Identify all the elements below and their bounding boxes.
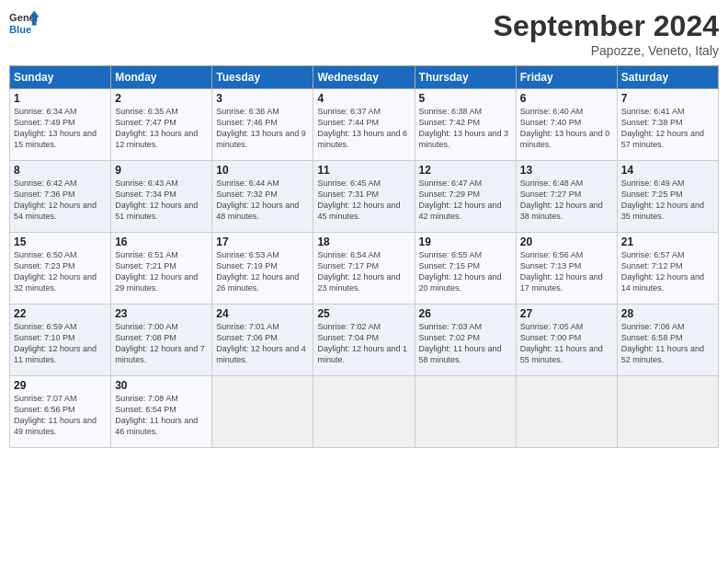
calendar-cell: 30Sunrise: 7:08 AMSunset: 6:54 PMDayligh… (111, 376, 212, 448)
day-details: Sunrise: 6:37 AMSunset: 7:44 PMDaylight:… (317, 106, 410, 151)
day-number: 27 (520, 307, 613, 320)
calendar-cell: 10Sunrise: 6:44 AMSunset: 7:32 PMDayligh… (212, 161, 313, 233)
day-number: 11 (317, 164, 410, 177)
day-details: Sunrise: 6:53 AMSunset: 7:19 PMDaylight:… (216, 249, 309, 294)
day-number: 26 (419, 307, 512, 320)
calendar-cell: 25Sunrise: 7:02 AMSunset: 7:04 PMDayligh… (313, 304, 415, 376)
day-number: 6 (520, 92, 613, 105)
calendar-cell: 22Sunrise: 6:59 AMSunset: 7:10 PMDayligh… (10, 304, 111, 376)
day-details: Sunrise: 6:38 AMSunset: 7:42 PMDaylight:… (419, 106, 512, 151)
day-number: 2 (115, 92, 208, 105)
day-number: 28 (621, 307, 714, 320)
calendar-cell: 12Sunrise: 6:47 AMSunset: 7:29 PMDayligh… (415, 161, 516, 233)
calendar-cell: 27Sunrise: 7:05 AMSunset: 7:00 PMDayligh… (516, 304, 617, 376)
day-number: 5 (419, 92, 512, 105)
day-details: Sunrise: 7:06 AMSunset: 6:58 PMDaylight:… (621, 321, 714, 366)
calendar-cell (415, 376, 516, 448)
day-header: Sunday (10, 66, 111, 89)
day-number: 20 (520, 236, 613, 248)
day-number: 29 (14, 379, 107, 392)
location-subtitle: Papozze, Veneto, Italy (494, 43, 719, 58)
day-header: Saturday (617, 66, 718, 89)
calendar-cell: 5Sunrise: 6:38 AMSunset: 7:42 PMDaylight… (415, 89, 516, 161)
day-header: Thursday (415, 66, 516, 89)
svg-text:Blue: Blue (9, 24, 31, 35)
day-details: Sunrise: 6:43 AMSunset: 7:34 PMDaylight:… (115, 178, 208, 223)
calendar-cell: 23Sunrise: 7:00 AMSunset: 7:08 PMDayligh… (111, 304, 212, 376)
day-details: Sunrise: 6:44 AMSunset: 7:32 PMDaylight:… (216, 178, 309, 223)
day-details: Sunrise: 6:35 AMSunset: 7:47 PMDaylight:… (115, 106, 208, 151)
calendar-cell: 19Sunrise: 6:55 AMSunset: 7:15 PMDayligh… (415, 233, 516, 304)
page-header: GeneralBlue September 2024 Papozze, Vene… (9, 9, 719, 58)
calendar-cell: 11Sunrise: 6:45 AMSunset: 7:31 PMDayligh… (313, 161, 415, 233)
calendar-cell: 28Sunrise: 7:06 AMSunset: 6:58 PMDayligh… (617, 304, 718, 376)
day-details: Sunrise: 7:03 AMSunset: 7:02 PMDaylight:… (419, 321, 512, 366)
calendar-cell: 24Sunrise: 7:01 AMSunset: 7:06 PMDayligh… (212, 304, 313, 376)
day-header: Tuesday (212, 66, 313, 89)
day-details: Sunrise: 6:34 AMSunset: 7:49 PMDaylight:… (14, 106, 107, 151)
calendar-cell: 16Sunrise: 6:51 AMSunset: 7:21 PMDayligh… (111, 233, 212, 304)
day-number: 30 (115, 379, 208, 392)
day-details: Sunrise: 6:42 AMSunset: 7:36 PMDaylight:… (14, 178, 107, 223)
day-details: Sunrise: 6:49 AMSunset: 7:25 PMDaylight:… (621, 178, 714, 223)
day-number: 14 (621, 164, 714, 177)
day-details: Sunrise: 6:36 AMSunset: 7:46 PMDaylight:… (216, 106, 309, 151)
day-details: Sunrise: 6:51 AMSunset: 7:21 PMDaylight:… (115, 249, 208, 294)
logo: GeneralBlue (9, 9, 39, 39)
day-details: Sunrise: 7:05 AMSunset: 7:00 PMDaylight:… (520, 321, 613, 366)
day-number: 24 (216, 307, 309, 320)
calendar-cell (212, 376, 313, 448)
calendar-cell: 4Sunrise: 6:37 AMSunset: 7:44 PMDaylight… (313, 89, 415, 161)
day-number: 3 (216, 92, 309, 105)
day-number: 4 (317, 92, 410, 105)
day-header: Monday (111, 66, 212, 89)
day-details: Sunrise: 6:55 AMSunset: 7:15 PMDaylight:… (419, 249, 512, 294)
day-number: 16 (115, 236, 208, 248)
day-number: 22 (14, 307, 107, 320)
day-number: 10 (216, 164, 309, 177)
calendar-cell: 21Sunrise: 6:57 AMSunset: 7:12 PMDayligh… (617, 233, 718, 304)
day-number: 21 (621, 236, 714, 248)
calendar-cell: 15Sunrise: 6:50 AMSunset: 7:23 PMDayligh… (10, 233, 111, 304)
calendar-cell: 14Sunrise: 6:49 AMSunset: 7:25 PMDayligh… (617, 161, 718, 233)
day-details: Sunrise: 7:01 AMSunset: 7:06 PMDaylight:… (216, 321, 309, 366)
day-details: Sunrise: 6:40 AMSunset: 7:40 PMDaylight:… (520, 106, 613, 151)
day-number: 13 (520, 164, 613, 177)
day-details: Sunrise: 6:47 AMSunset: 7:29 PMDaylight:… (419, 178, 512, 223)
title-block: September 2024 Papozze, Veneto, Italy (494, 9, 719, 58)
calendar-cell: 1Sunrise: 6:34 AMSunset: 7:49 PMDaylight… (10, 89, 111, 161)
day-header: Wednesday (313, 66, 415, 89)
day-details: Sunrise: 6:48 AMSunset: 7:27 PMDaylight:… (520, 178, 613, 223)
day-header: Friday (516, 66, 617, 89)
day-number: 18 (317, 236, 410, 248)
day-number: 19 (419, 236, 512, 248)
day-details: Sunrise: 6:50 AMSunset: 7:23 PMDaylight:… (14, 249, 107, 294)
calendar-cell: 3Sunrise: 6:36 AMSunset: 7:46 PMDaylight… (212, 89, 313, 161)
day-details: Sunrise: 6:54 AMSunset: 7:17 PMDaylight:… (317, 249, 410, 294)
day-number: 12 (419, 164, 512, 177)
calendar-cell (617, 376, 718, 448)
calendar-cell: 9Sunrise: 6:43 AMSunset: 7:34 PMDaylight… (111, 161, 212, 233)
day-details: Sunrise: 7:08 AMSunset: 6:54 PMDaylight:… (115, 393, 208, 438)
calendar-cell: 13Sunrise: 6:48 AMSunset: 7:27 PMDayligh… (516, 161, 617, 233)
day-number: 17 (216, 236, 309, 248)
calendar-cell: 17Sunrise: 6:53 AMSunset: 7:19 PMDayligh… (212, 233, 313, 304)
day-number: 8 (14, 164, 107, 177)
day-number: 7 (621, 92, 714, 105)
calendar-cell: 29Sunrise: 7:07 AMSunset: 6:56 PMDayligh… (10, 376, 111, 448)
day-details: Sunrise: 7:07 AMSunset: 6:56 PMDaylight:… (14, 393, 107, 438)
calendar-cell: 8Sunrise: 6:42 AMSunset: 7:36 PMDaylight… (10, 161, 111, 233)
logo-icon: GeneralBlue (9, 9, 39, 39)
calendar-cell (313, 376, 415, 448)
day-details: Sunrise: 7:02 AMSunset: 7:04 PMDaylight:… (317, 321, 410, 366)
day-details: Sunrise: 6:59 AMSunset: 7:10 PMDaylight:… (14, 321, 107, 366)
calendar-cell (516, 376, 617, 448)
calendar-cell: 20Sunrise: 6:56 AMSunset: 7:13 PMDayligh… (516, 233, 617, 304)
calendar-cell: 18Sunrise: 6:54 AMSunset: 7:17 PMDayligh… (313, 233, 415, 304)
calendar-cell: 2Sunrise: 6:35 AMSunset: 7:47 PMDaylight… (111, 89, 212, 161)
day-number: 9 (115, 164, 208, 177)
day-details: Sunrise: 6:56 AMSunset: 7:13 PMDaylight:… (520, 249, 613, 294)
month-title: September 2024 (494, 9, 719, 43)
calendar-table: SundayMondayTuesdayWednesdayThursdayFrid… (9, 65, 719, 448)
day-details: Sunrise: 6:45 AMSunset: 7:31 PMDaylight:… (317, 178, 410, 223)
